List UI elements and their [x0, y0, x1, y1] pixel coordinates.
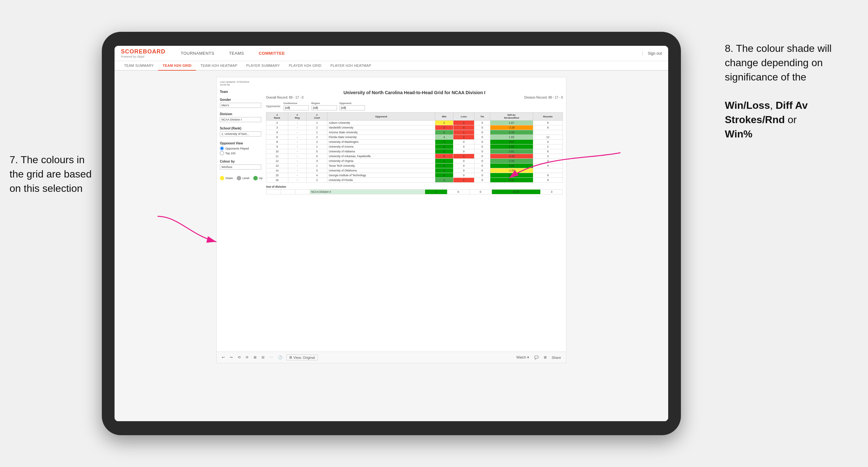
cell-win: 0	[435, 125, 454, 130]
division-select[interactable]: NCAA Division I	[220, 117, 261, 122]
subnav-team-h2h-grid[interactable]: TEAM H2H GRID	[158, 61, 196, 71]
region-select[interactable]: (All)	[311, 105, 337, 111]
toolbar-share[interactable]: Share	[551, 355, 562, 360]
toolbar-undo[interactable]: ↩	[220, 355, 226, 360]
cell-opponent: Florida State University	[328, 135, 435, 139]
cell-loss: 1	[453, 178, 474, 183]
cell-reg: -	[288, 168, 306, 173]
data-table: #Rank #Reg #Conf Opponent Win Loss Tie D…	[266, 112, 563, 183]
toolbar-back[interactable]: ⟲	[237, 355, 242, 360]
toolbar-more[interactable]: ⋯	[268, 355, 274, 360]
cell-reg: -	[288, 139, 306, 145]
cell-reg: -	[288, 149, 306, 154]
cell-diff: -1.00	[490, 168, 533, 173]
conference-select[interactable]: (All)	[283, 105, 309, 111]
cell-opponent: Auburn University	[328, 121, 435, 125]
table-row: 6 - 2 Florida State University 4 2 0 1.8…	[266, 135, 563, 139]
sign-out-link[interactable]: Sign out	[643, 51, 662, 56]
out-div-tie: 0	[469, 190, 492, 194]
cell-opponent: University of Oklahoma	[328, 168, 435, 173]
nav-teams[interactable]: TEAMS	[226, 50, 247, 57]
legend-up: Up	[253, 176, 263, 180]
cell-rank: 4	[266, 130, 288, 135]
nav-committee[interactable]: COMMITTEE	[256, 50, 288, 57]
cell-win: 3	[435, 178, 454, 183]
table-row: 15 - 4 Georgia Institute of Technology 5…	[266, 173, 563, 178]
subnav-team-h2h-heatmap[interactable]: TEAM H2H HEATMAP	[196, 61, 242, 71]
cell-opponent: Vanderbilt University	[328, 125, 435, 130]
cell-loss: 1	[453, 130, 474, 135]
cell-opponent: University of Arizona	[328, 145, 435, 149]
tableau-content: Last Updated: 27/03/2024 16:55:38 Team G…	[217, 77, 566, 354]
cell-reg: -	[288, 159, 306, 163]
cell-diff: -4.33	[490, 154, 533, 159]
opponent-select[interactable]: (All)	[340, 105, 365, 111]
annotation-left: 7. The colours in the grid are based on …	[9, 153, 99, 195]
cell-reg: -	[288, 135, 306, 139]
cell-loss: 0	[453, 159, 474, 163]
view-original-btn[interactable]: ⊞ View: Original	[286, 354, 318, 361]
legend-up-dot	[253, 176, 258, 180]
subnav-team-summary[interactable]: TEAM SUMMARY	[120, 61, 158, 71]
nav-tournaments[interactable]: TOURNAMENTS	[178, 50, 217, 57]
cell-tie: 0	[474, 154, 490, 159]
cell-win: 1	[435, 145, 454, 149]
overall-record: Overall Record: 89 - 17 - 0	[266, 96, 304, 99]
colour-by-section: Colour by Win/loss	[220, 160, 261, 169]
col-diff: Diff AvStrokes/Rnd	[490, 113, 533, 121]
cell-loss: 0	[453, 168, 474, 173]
table-row: 11 - 6 University of Arkansas, Fayettevi…	[266, 154, 563, 159]
cell-reg: -	[288, 130, 306, 135]
table-row: 2 - 1 Auburn University 2 1 0 1.67 9	[266, 121, 563, 125]
subnav-player-h2h-heatmap[interactable]: PLAYER H2H HEATMAP	[326, 61, 375, 71]
cell-rounds: 2	[533, 145, 562, 149]
view-original-label: View: Original	[293, 356, 315, 360]
table-row: 16 - 2 University of Florida 3 1 0 6.62 …	[266, 178, 563, 183]
subnav-player-summary[interactable]: PLAYER SUMMARY	[242, 61, 284, 71]
cell-loss: 2	[453, 135, 474, 139]
logo-area: SCOREBOARD Powered by clippd	[121, 49, 165, 58]
cell-conf: 2	[306, 135, 327, 139]
toolbar-watch[interactable]: Watch ▾	[515, 355, 530, 360]
cell-rounds: 9	[533, 178, 562, 183]
school-select[interactable]: 1. University of Nort...	[220, 131, 261, 136]
legend-down: Down	[220, 176, 233, 180]
cell-tie: 0	[474, 145, 490, 149]
subnav-player-h2h-grid[interactable]: PLAYER H2H GRID	[284, 61, 326, 71]
cell-win: 4	[435, 135, 454, 139]
toolbar-copy[interactable]: ⊞	[252, 355, 258, 360]
legend: Down Level Up	[220, 176, 261, 180]
table-row: 9 - 1 University of Arizona 1 0 0 9.00 2	[266, 145, 563, 149]
colour-by-select[interactable]: Win/loss	[220, 164, 261, 169]
toolbar-comment[interactable]: 💬	[533, 355, 540, 360]
toolbar-clock[interactable]: 🕐	[277, 355, 284, 360]
cell-diff: 6.62	[490, 178, 533, 183]
cell-rounds: 9	[533, 173, 562, 178]
cell-win: 1	[435, 159, 454, 163]
out-of-division-label: Out of division	[266, 185, 563, 188]
toolbar-layout[interactable]: ⊟	[260, 355, 266, 360]
school-label: School (Rank)	[220, 127, 261, 130]
toolbar-refresh[interactable]: ⟳	[244, 355, 250, 360]
out-div-conf	[295, 190, 310, 194]
table-row: 3 - 2 Vanderbilt University 0 4 0 -2.29 …	[266, 125, 563, 130]
cell-rank: 9	[266, 145, 288, 149]
cell-opponent: Texas Tech University	[328, 163, 435, 168]
gender-select[interactable]: Men's	[220, 103, 261, 108]
cell-rank: 13	[266, 163, 288, 168]
toolbar-redo[interactable]: ↪	[228, 355, 234, 360]
legend-level-dot	[237, 176, 241, 180]
cell-rounds	[533, 168, 562, 173]
team-label: Team	[220, 90, 261, 94]
toolbar-embed[interactable]: ⊞	[542, 355, 548, 360]
table-row: 13 - 1 Texas Tech University 3 0 0 5.56 …	[266, 163, 563, 168]
cell-reg: -	[288, 154, 306, 159]
cell-rounds	[533, 130, 562, 135]
gender-section: Gender Men's	[220, 98, 261, 108]
table-row: 12 - 3 University of Virginia 1 0 0 2.33…	[266, 159, 563, 163]
radio-top-100[interactable]	[220, 151, 224, 155]
cell-opponent: Arizona State University	[328, 130, 435, 135]
radio-opponents-played[interactable]	[220, 146, 224, 151]
cell-diff: 5.56	[490, 163, 533, 168]
col-rounds: Rounds	[533, 113, 562, 121]
